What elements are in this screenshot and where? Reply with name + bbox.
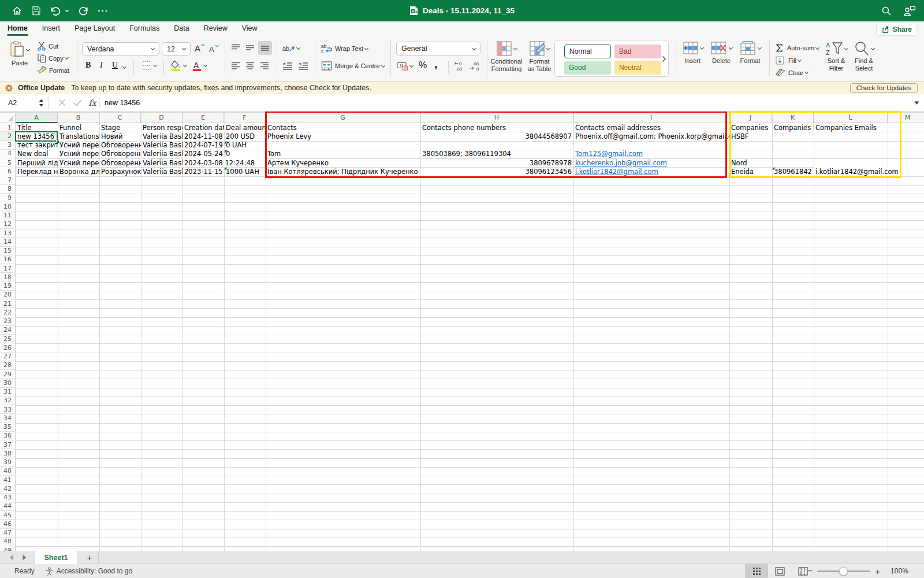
cell-style-normal[interactable]: Normal	[564, 45, 611, 58]
number-format-select[interactable]: General	[396, 42, 480, 55]
clear-button[interactable]: Clear	[775, 68, 808, 77]
zoom-slider-thumb[interactable]	[839, 567, 848, 576]
cell-I2[interactable]: Phoenix.off@gmail.com; Phoenix.korp@gmai…	[573, 132, 729, 140]
cell-B3[interactable]: Усний переклад	[58, 141, 99, 150]
zoom-in-button[interactable]: +	[875, 566, 880, 576]
cell-E2[interactable]: 2024-11-08	[182, 132, 224, 140]
row-header-45[interactable]: 45	[0, 511, 16, 520]
autosum-button[interactable]: Auto-sum	[776, 44, 819, 52]
save-icon[interactable]	[31, 6, 41, 16]
insert-function-icon[interactable]: fx	[85, 94, 100, 111]
cell-A3[interactable]: тест закриття	[16, 141, 58, 150]
check-for-updates-button[interactable]: Check for Updates	[850, 83, 918, 93]
cell-L1[interactable]: Companies Emails	[814, 123, 888, 132]
row-header-46[interactable]: 46	[0, 520, 16, 528]
merge-centre-button[interactable]: Merge & Centre	[321, 61, 385, 71]
comma-style-button[interactable]: ,	[434, 57, 438, 71]
row-header-28[interactable]: 28	[0, 361, 16, 370]
cell-H4[interactable]: 380503869; 38096119304	[420, 150, 573, 158]
cell-F6[interactable]: 1000 UAH	[224, 167, 266, 176]
hyperlink[interactable]: Tom125@gmail.com	[575, 150, 643, 158]
row-header-48[interactable]: 48	[0, 538, 16, 546]
cell-F1[interactable]: Deal amount	[224, 123, 266, 132]
row-header-44[interactable]: 44	[0, 502, 16, 511]
cell-A6[interactable]: Переклад на	[16, 167, 58, 176]
menu-tab-review[interactable]: Review	[203, 22, 228, 36]
cell-H6[interactable]: 38096123456	[420, 167, 573, 176]
row-header-42[interactable]: 42	[0, 484, 16, 493]
cell-D6[interactable]: Valeriia Bash	[141, 167, 182, 176]
row-header-47[interactable]: 47	[0, 529, 16, 538]
row-header-8[interactable]: 8	[0, 185, 16, 194]
row-header-33[interactable]: 33	[0, 405, 16, 414]
cell-B4[interactable]: Усний переклад	[58, 150, 99, 158]
cut-button[interactable]: Cut	[37, 42, 58, 51]
column-header-J[interactable]: J	[729, 113, 772, 123]
row-header-10[interactable]: 10	[0, 202, 16, 211]
cell-G5[interactable]: Артем Кучеренко	[266, 158, 420, 167]
format-painter-button[interactable]: Format	[37, 65, 69, 75]
cell-G1[interactable]: Contacts	[266, 123, 420, 132]
row-header-31[interactable]: 31	[0, 388, 16, 397]
row-header-49[interactable]: 49	[0, 546, 16, 551]
gallery-more-icon[interactable]	[662, 55, 666, 62]
cell-J2[interactable]: HSBF	[729, 132, 772, 140]
bold-button[interactable]: B	[85, 61, 91, 70]
accounting-format-button[interactable]	[397, 61, 413, 71]
row-header-24[interactable]: 24	[0, 326, 16, 335]
shrink-font-button[interactable]: A	[208, 44, 219, 54]
cell-G2[interactable]: Phoenix Levy	[266, 132, 420, 140]
column-header-C[interactable]: C	[99, 113, 141, 123]
row-header-32[interactable]: 32	[0, 397, 16, 405]
add-sheet-button[interactable]: +	[81, 551, 98, 564]
spreadsheet-grid[interactable]: ABCDEFGHIJKLM123456789101112131415161718…	[0, 112, 924, 551]
row-header-35[interactable]: 35	[0, 423, 16, 432]
search-icon[interactable]	[881, 6, 892, 16]
undo-icon[interactable]	[50, 6, 69, 16]
column-header-D[interactable]: D	[141, 113, 182, 123]
confirm-entry-icon[interactable]	[70, 94, 85, 111]
row-header-13[interactable]: 13	[0, 229, 16, 238]
row-header-22[interactable]: 22	[0, 308, 16, 317]
name-box-spinner[interactable]	[39, 99, 44, 107]
row-header-29[interactable]: 29	[0, 370, 16, 379]
next-sheet-icon[interactable]	[22, 554, 27, 561]
paste-button[interactable]: Paste	[7, 41, 32, 67]
increase-indent-button[interactable]	[298, 62, 308, 70]
cell-C6[interactable]: Розрахунок	[99, 167, 141, 176]
fill-color-button[interactable]	[170, 60, 187, 71]
cell-I5[interactable]: kucherenko.job@gmail.com	[573, 158, 729, 167]
cell-J6[interactable]: Eneida	[729, 167, 772, 176]
row-header-2[interactable]: 2	[0, 132, 16, 140]
row-header-25[interactable]: 25	[0, 335, 16, 343]
column-header-K[interactable]: K	[772, 113, 814, 123]
cell-D1[interactable]: Person responsible	[141, 123, 182, 132]
column-header-M[interactable]: M	[888, 113, 924, 123]
cancel-entry-icon[interactable]	[54, 94, 69, 111]
cell-K1[interactable]: Companies Phones	[772, 123, 814, 132]
cell-B2[interactable]: Translations	[58, 132, 99, 140]
align-left-button[interactable]	[231, 62, 240, 70]
cell-B1[interactable]: Funnel	[58, 123, 99, 132]
cell-C2[interactable]: Новий	[99, 132, 141, 140]
wrap-text-button[interactable]: abc Wrap Text	[321, 43, 368, 54]
underline-chevron-icon[interactable]	[122, 65, 126, 69]
find-select-button[interactable]: Find & Select	[851, 41, 877, 72]
cell-F3[interactable]: 0 UAH	[224, 141, 266, 150]
row-header-26[interactable]: 26	[0, 343, 16, 352]
format-as-table-button[interactable]: Format as Table	[524, 41, 554, 73]
conditional-formatting-button[interactable]: Conditional Formatting	[490, 41, 523, 73]
align-top-button[interactable]	[231, 44, 240, 52]
presence-icon[interactable]	[903, 5, 916, 17]
column-header-I[interactable]: I	[573, 113, 729, 123]
row-header-11[interactable]: 11	[0, 212, 16, 220]
row-header-9[interactable]: 9	[0, 194, 16, 202]
column-header-L[interactable]: L	[814, 113, 888, 123]
row-header-12[interactable]: 12	[0, 220, 16, 229]
row-header-37[interactable]: 37	[0, 440, 16, 449]
cell-J1[interactable]: Companies	[729, 123, 772, 132]
ellipsis-icon[interactable]: ···	[98, 6, 109, 16]
row-header-1[interactable]: 1	[0, 123, 16, 132]
formula-bar-input[interactable]: new 13456	[105, 94, 140, 111]
italic-button[interactable]: I	[100, 61, 103, 70]
